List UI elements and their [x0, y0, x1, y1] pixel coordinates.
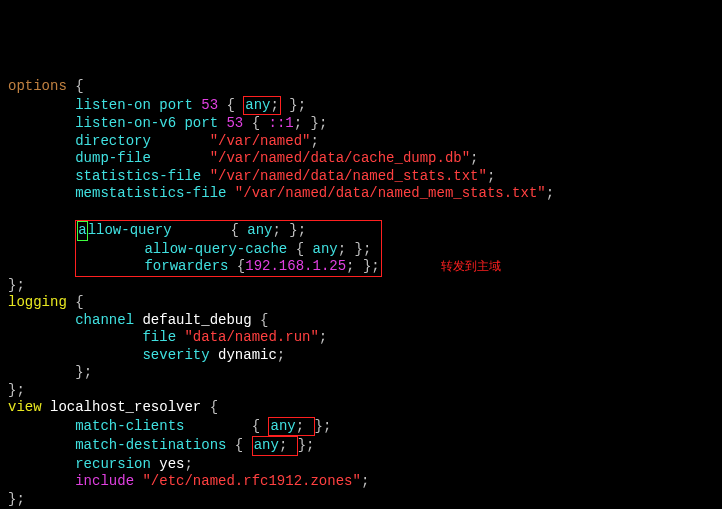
annotation-text: 转发到主域: [441, 260, 501, 274]
kw-memstatistics-file: memstatistics-file: [75, 185, 226, 201]
dump-file-value: "/var/named/data/cache_dump.db": [210, 150, 470, 166]
kw-listen-on: listen-on port: [75, 97, 193, 113]
highlight-box-allow: allow-query { any; }; allow-query-cache …: [75, 220, 382, 277]
forwarder-ip: 192.168.1.25: [245, 258, 346, 274]
highlight-box-any-5: any;: [252, 436, 298, 456]
file-value: "data/named.run": [176, 329, 319, 345]
severity-value: dynamic: [210, 347, 277, 363]
kw-allow-query-cache: allow-query-cache: [144, 241, 287, 257]
kw-match-clients: match-clients: [75, 418, 226, 434]
recursion-value: yes: [151, 456, 185, 472]
localhost-resolver: localhost_resolver: [42, 399, 202, 415]
kw-options: options: [8, 78, 67, 94]
v6-addr: ::1: [260, 115, 294, 131]
any-4: any: [270, 418, 295, 434]
kw-channel: channel: [75, 312, 134, 328]
kw-file: file: [142, 329, 176, 345]
kw-logging: logging: [8, 294, 67, 310]
kw-listen-on-v6: listen-on-v6 port: [75, 115, 218, 131]
highlight-box-any-4: any;: [268, 417, 314, 437]
port-53: 53: [193, 97, 218, 113]
kw-allow-query: llow-query: [88, 222, 222, 238]
port-53-v6: 53: [218, 115, 243, 131]
directory-value: "/var/named": [210, 133, 311, 149]
kw-recursion: recursion: [75, 456, 151, 472]
code-block: options { listen-on port 53 { any; }; li…: [8, 78, 714, 508]
highlight-box-any-1: any;: [243, 96, 281, 116]
any-2: any: [247, 222, 272, 238]
any-1: any: [245, 97, 270, 113]
kw-severity: severity: [142, 347, 209, 363]
kw-match-destinations: match-destinations: [75, 437, 226, 453]
kw-include: include: [75, 473, 134, 489]
any-3: any: [312, 241, 337, 257]
any-5: any: [254, 437, 279, 453]
include-value: "/etc/named.rfc1912.zones": [134, 473, 361, 489]
default-debug: default_debug: [134, 312, 252, 328]
cursor-box: a: [77, 221, 87, 241]
stats-file-value: "/var/named/data/named_stats.txt": [201, 168, 487, 184]
kw-view: view: [8, 399, 42, 415]
kw-forwarders: forwarders: [144, 258, 228, 274]
kw-dump-file: dump-file: [75, 150, 151, 166]
kw-statistics-file: statistics-file: [75, 168, 201, 184]
kw-directory: directory: [75, 133, 151, 149]
memstats-file-value: "/var/named/data/named_mem_stats.txt": [226, 185, 545, 201]
